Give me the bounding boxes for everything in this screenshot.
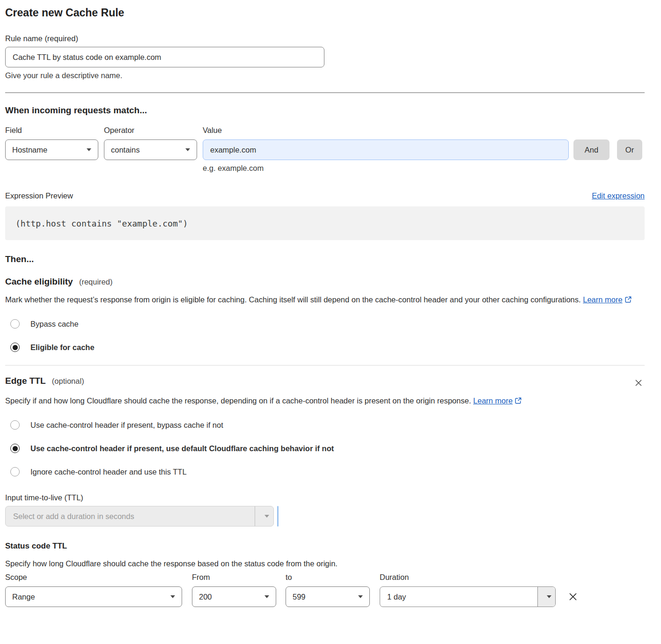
from-select[interactable]: 200 <box>192 586 276 607</box>
caret-down-icon <box>358 595 363 598</box>
cache-eligibility-description: Mark whether the request’s response from… <box>5 293 645 307</box>
match-column-labels: Field Operator Value <box>5 126 645 135</box>
cache-eligibility-heading: Cache eligibility (required) <box>5 277 645 287</box>
operator-select-value: contains <box>111 146 140 154</box>
radio-header-default[interactable] <box>10 444 20 453</box>
duration-combobox[interactable]: 1 day <box>380 586 556 607</box>
status-code-ttl-title: Status code TTL <box>5 542 645 551</box>
radio-eligible-for-cache[interactable] <box>10 343 20 352</box>
expression-preview-box: (http.host contains "example.com") <box>5 206 645 240</box>
ttl-duration-placeholder: Select or add a duration in seconds <box>6 512 255 521</box>
caret-down-icon <box>185 148 190 151</box>
radio-row-header-default[interactable]: Use cache-control header if present, use… <box>5 442 645 455</box>
to-label: to <box>286 573 380 582</box>
expression-preview-label: Expression Preview <box>5 191 73 200</box>
duration-value: 1 day <box>380 587 537 607</box>
value-label: Value <box>203 126 645 135</box>
radio-ignore-header-label: Ignore cache-control header and use this… <box>30 468 187 476</box>
rule-name-label: Rule name (required) <box>5 34 645 43</box>
page-title: Create new Cache Rule <box>5 7 645 19</box>
edge-ttl-learn-more-link[interactable]: Learn more <box>473 396 513 405</box>
caret-down-icon <box>170 595 175 598</box>
field-select-value: Hostname <box>12 146 47 154</box>
operator-select[interactable]: contains <box>104 139 197 160</box>
caret-down-icon <box>264 595 269 598</box>
remove-status-ttl-icon[interactable] <box>567 591 579 602</box>
edit-expression-link[interactable]: Edit expression <box>592 191 645 200</box>
section-divider <box>5 365 645 366</box>
to-select[interactable]: 599 <box>286 586 370 607</box>
edge-ttl-qualifier: (optional) <box>52 377 84 385</box>
radio-row-bypass-cache[interactable]: Bypass cache <box>5 317 645 330</box>
radio-header-bypass[interactable] <box>10 420 20 430</box>
expression-header: Expression Preview Edit expression <box>5 191 645 200</box>
edge-ttl-title: Edge TTL <box>5 376 46 386</box>
field-select[interactable]: Hostname <box>5 139 98 160</box>
radio-bypass-cache[interactable] <box>10 319 20 329</box>
field-label: Field <box>5 126 104 135</box>
edge-ttl-heading: Edge TTL (optional) <box>5 376 84 386</box>
match-heading: When incoming requests match... <box>5 105 645 116</box>
edge-ttl-description: Specify if and how long Cloudflare shoul… <box>5 394 522 408</box>
ttl-select-row: Select or add a duration in seconds <box>5 506 645 527</box>
radio-ignore-header[interactable] <box>10 467 20 476</box>
rule-name-hint: Give your rule a descriptive name. <box>5 71 645 80</box>
status-controls-row: Range 200 599 1 day <box>5 586 645 607</box>
or-button[interactable]: Or <box>617 139 642 160</box>
cache-eligibility-description-text: Mark whether the request’s response from… <box>5 295 581 304</box>
status-code-ttl-description: Specify how long Cloudflare should cache… <box>5 559 645 568</box>
from-label: From <box>192 573 286 582</box>
status-column-labels: Scope From to Duration <box>5 573 645 582</box>
match-controls-row: Hostname contains And Or <box>5 139 645 160</box>
duration-label: Duration <box>380 573 645 582</box>
radio-header-default-label: Use cache-control header if present, use… <box>30 444 334 453</box>
scope-label: Scope <box>5 573 192 582</box>
radio-bypass-cache-label: Bypass cache <box>30 320 79 329</box>
and-button[interactable]: And <box>573 139 610 160</box>
caret-down-icon <box>547 595 551 598</box>
radio-header-bypass-label: Use cache-control header if present, byp… <box>30 421 223 430</box>
ttl-caret-button[interactable] <box>255 506 273 526</box>
value-hint: e.g. example.com <box>203 164 645 173</box>
to-select-value: 599 <box>293 593 306 601</box>
create-cache-rule-page: Create new Cache Rule Rule name (require… <box>0 0 661 621</box>
from-select-value: 200 <box>199 593 212 601</box>
then-heading: Then... <box>5 254 645 264</box>
caret-down-icon <box>264 515 269 518</box>
cache-eligibility-qualifier: (required) <box>79 278 113 286</box>
external-link-icon <box>624 294 632 307</box>
value-input[interactable] <box>203 139 569 160</box>
close-icon[interactable] <box>633 378 644 388</box>
section-divider <box>5 92 645 93</box>
scope-select[interactable]: Range <box>5 586 182 607</box>
scope-select-value: Range <box>12 593 35 601</box>
radio-row-ignore-header[interactable]: Ignore cache-control header and use this… <box>5 465 645 478</box>
edge-ttl-description-text: Specify if and how long Cloudflare shoul… <box>5 396 471 405</box>
caret-down-icon <box>87 148 91 151</box>
cache-eligibility-learn-more-link[interactable]: Learn more <box>583 295 622 304</box>
radio-eligible-for-cache-label: Eligible for cache <box>30 343 95 352</box>
duration-caret-button[interactable] <box>537 587 555 607</box>
focus-indicator <box>277 506 279 527</box>
radio-row-header-bypass[interactable]: Use cache-control header if present, byp… <box>5 418 645 432</box>
edge-ttl-header: Edge TTL (optional) <box>5 376 645 388</box>
external-link-icon <box>514 395 522 408</box>
radio-row-eligible-for-cache[interactable]: Eligible for cache <box>5 341 645 354</box>
ttl-input-label: Input time-to-live (TTL) <box>5 493 645 502</box>
ttl-duration-select[interactable]: Select or add a duration in seconds <box>5 506 274 527</box>
expression-code: (http.host contains "example.com") <box>15 219 188 228</box>
operator-label: Operator <box>104 126 203 135</box>
cache-eligibility-title: Cache eligibility <box>5 277 73 286</box>
rule-name-input[interactable] <box>5 47 324 67</box>
